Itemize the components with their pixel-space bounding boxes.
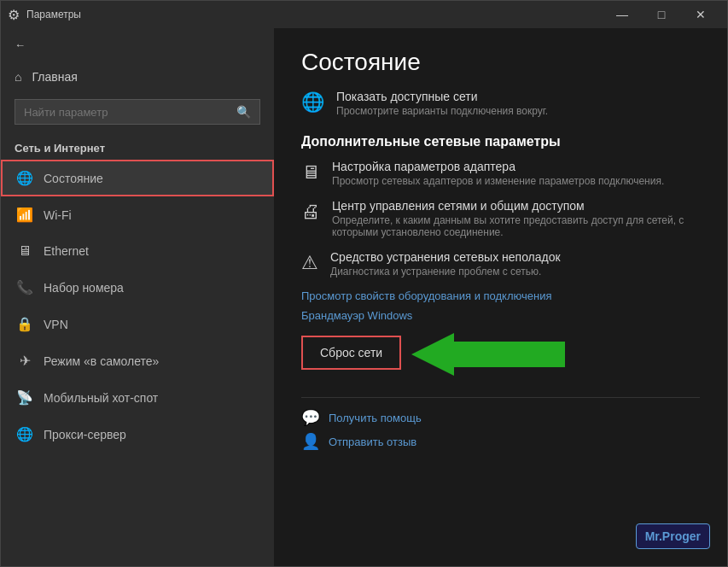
search-input[interactable] (24, 106, 230, 119)
sidebar-item-proxy[interactable]: 🌐 Прокси-сервер (1, 416, 274, 453)
reset-network-button[interactable]: Сброс сети (301, 336, 401, 370)
network-center-item[interactable]: 🖨 Центр управления сетями и общим доступ… (301, 199, 700, 238)
home-icon: ⌂ (15, 70, 21, 84)
sidebar-item-vpn[interactable]: 🔒 VPN (1, 306, 274, 342)
troubleshoot-desc: Диагностика и устранение проблем с сетью… (330, 266, 561, 278)
get-help-label: Получить помощь (329, 412, 422, 424)
hotspot-icon: 📡 (16, 389, 33, 406)
back-button[interactable]: ← (1, 28, 274, 61)
sidebar-item-label: Wi-Fi (44, 208, 72, 222)
network-center-label: Центр управления сетями и общим доступом (332, 199, 700, 213)
home-item[interactable]: ⌂ Главная (1, 61, 274, 92)
adapter-desc: Просмотр сетевых адаптеров и изменение п… (332, 175, 664, 187)
divider (301, 397, 700, 398)
troubleshoot-item[interactable]: ⚠ Средство устранения сетевых неполадок … (301, 250, 700, 278)
networks-label: Показать доступные сети (336, 90, 548, 103)
sidebar-item-label: Режим «в самолете» (44, 354, 159, 368)
hardware-properties-link[interactable]: Просмотр свойств оборудования и подключе… (301, 289, 700, 302)
sidebar-item-hotspot[interactable]: 📡 Мобильный хот-спот (1, 379, 274, 416)
sidebar-item-ethernet[interactable]: 🖥 Ethernet (1, 233, 274, 269)
green-arrow-decoration (411, 333, 565, 379)
bottom-links: 💬 Получить помощь 👤 Отправить отзыв (301, 408, 700, 451)
window-controls: — □ ✕ (603, 1, 720, 28)
adapter-label: Настройка параметров адаптера (332, 160, 664, 173)
settings-window: ⚙ Параметры — □ ✕ ← ⌂ Главная 🔍 Сеть и И… (0, 0, 728, 567)
troubleshoot-label: Средство устранения сетевых неполадок (330, 250, 561, 264)
sidebar-item-label: VPN (44, 318, 68, 331)
dial-icon: 📞 (16, 279, 33, 295)
network-center-desc: Определите, к каким данным вы хотите пре… (332, 214, 700, 238)
sidebar-item-label: Ethernet (44, 244, 89, 258)
search-icon: 🔍 (236, 105, 251, 119)
sidebar-item-label: Состояние (44, 172, 103, 185)
proxy-icon: 🌐 (16, 426, 33, 442)
main-content: Состояние 🌐 Показать доступные сети Прос… (274, 28, 727, 566)
sidebar-item-airplane[interactable]: ✈ Режим «в самолете» (1, 342, 274, 379)
adapter-settings-item[interactable]: 🖥 Настройка параметров адаптера Просмотр… (301, 160, 700, 187)
search-box[interactable]: 🔍 (15, 99, 260, 125)
send-feedback-item[interactable]: 👤 Отправить отзыв (301, 432, 700, 451)
close-button[interactable]: ✕ (681, 1, 720, 28)
dop-section-title: Дополнительные сетевые параметры (301, 134, 700, 149)
section-title: Сеть и Интернет (1, 132, 274, 160)
window-content: ← ⌂ Главная 🔍 Сеть и Интернет 🌐 Состояни… (1, 28, 727, 566)
help-icon: 💬 (301, 408, 320, 427)
status-icon: 🌐 (16, 170, 33, 186)
firewall-link[interactable]: Брандмауэр Windows (301, 309, 700, 322)
title-bar: ⚙ Параметры — □ ✕ (1, 1, 727, 28)
wifi-icon: 📶 (16, 207, 33, 223)
sidebar-item-label: Прокси-сервер (44, 428, 126, 441)
page-title: Состояние (301, 49, 700, 76)
troubleshoot-icon: ⚠ (301, 252, 318, 274)
home-label: Главная (32, 70, 77, 84)
feedback-icon: 👤 (301, 432, 320, 451)
vpn-icon: 🔒 (16, 316, 33, 332)
reset-row: Сброс сети (301, 329, 700, 383)
sidebar-item-wifi[interactable]: 📶 Wi-Fi (1, 196, 274, 233)
ethernet-icon: 🖥 (16, 243, 33, 259)
airplane-icon: ✈ (16, 353, 33, 369)
arrow-svg (411, 333, 565, 376)
sidebar-item-nabor[interactable]: 📞 Набор номера (1, 269, 274, 306)
watermark-badge: Mr.Proger (636, 523, 710, 549)
show-networks-item[interactable]: 🌐 Показать доступные сети Просмотрите ва… (301, 90, 700, 117)
sidebar-item-sostoyaniye[interactable]: 🌐 Состояние (1, 160, 274, 196)
networks-desc: Просмотрите варианты подключения вокруг. (336, 105, 548, 117)
networks-icon: 🌐 (301, 91, 324, 114)
sidebar-item-label: Мобильный хот-спот (44, 391, 158, 405)
minimize-button[interactable]: — (603, 1, 642, 28)
sidebar: ← ⌂ Главная 🔍 Сеть и Интернет 🌐 Состояни… (1, 28, 274, 566)
maximize-button[interactable]: □ (642, 1, 681, 28)
window-title: Параметры (26, 9, 81, 20)
get-help-item[interactable]: 💬 Получить помощь (301, 408, 700, 427)
title-bar-left: ⚙ Параметры (8, 7, 81, 23)
back-icon: ← (15, 38, 26, 51)
send-feedback-label: Отправить отзыв (329, 435, 416, 448)
network-center-icon: 🖨 (301, 201, 320, 223)
sidebar-item-label: Набор номера (44, 281, 124, 295)
svg-marker-0 (411, 333, 565, 376)
settings-gear-icon: ⚙ (8, 7, 20, 23)
adapter-icon: 🖥 (301, 161, 320, 184)
